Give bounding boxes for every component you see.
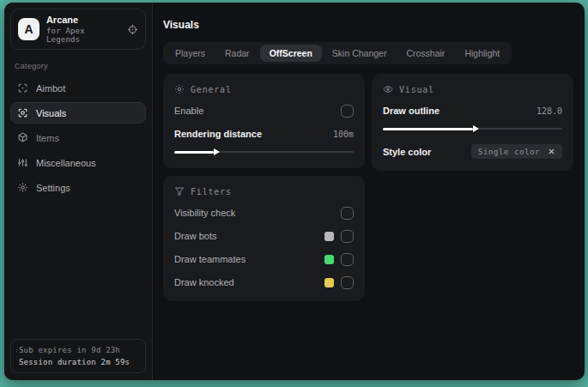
- tab-radar[interactable]: Radar: [215, 45, 259, 62]
- app-window: A Arcane for Apex Legends Category: [4, 3, 585, 380]
- cube-icon: [17, 132, 28, 143]
- category-label: Category: [15, 62, 142, 70]
- draw-outline-label: Draw outline: [383, 106, 439, 116]
- general-panel-header: General: [174, 84, 354, 94]
- sidebar-item-label: Items: [36, 133, 59, 143]
- sidebar-item-label: Miscellaneous: [36, 158, 96, 168]
- slider-fill: [383, 128, 473, 130]
- sidebar-item-label: Aimbot: [36, 83, 65, 94]
- draw-knocked-label: Draw knocked: [174, 277, 234, 287]
- app-title: Arcane: [46, 15, 120, 25]
- tab-offscreen[interactable]: OffScreen: [260, 45, 322, 62]
- sidebar-item-aimbot[interactable]: Aimbot: [10, 77, 146, 99]
- funnel-icon: [174, 186, 185, 197]
- page-title: Visuals: [163, 19, 573, 31]
- draw-bots-label: Draw bots: [174, 231, 217, 241]
- sidebar-item-miscellaneous[interactable]: Miscellaneous: [10, 152, 146, 173]
- sun-icon: [174, 84, 185, 94]
- general-panel: General Enable Rendering distance 100m: [163, 74, 365, 168]
- sidebar-item-settings[interactable]: Settings: [10, 177, 146, 198]
- draw-knocked-color-swatch[interactable]: [324, 278, 334, 287]
- enable-checkbox[interactable]: [341, 105, 354, 118]
- eye-icon: [383, 84, 393, 94]
- tab-players[interactable]: Players: [166, 45, 215, 62]
- sidebar-item-items[interactable]: Items: [10, 127, 146, 148]
- style-color-label: Style color: [383, 147, 431, 157]
- filters-panel: Filters Visibility check Draw bots: [163, 176, 365, 301]
- filters-panel-header: Filters: [174, 186, 354, 197]
- visibility-check-checkbox[interactable]: [341, 207, 354, 220]
- gear-icon: [17, 182, 28, 193]
- visual-panel: Visual Draw outline 128.0 Style color: [372, 74, 573, 171]
- draw-knocked-checkbox[interactable]: [341, 276, 354, 289]
- close-icon[interactable]: [548, 148, 555, 155]
- style-color-select[interactable]: Single color: [471, 144, 562, 159]
- draw-teammates-checkbox[interactable]: [341, 253, 354, 266]
- main-content: Visuals Players Radar OffScreen Skin Cha…: [153, 3, 585, 380]
- sidebar-item-label: Visuals: [36, 108, 66, 118]
- session-duration-text: Session duration 2m 59s: [19, 358, 137, 366]
- draw-outline-value: 128.0: [536, 106, 562, 116]
- draw-teammates-label: Draw teammates: [174, 254, 246, 264]
- sidebar: A Arcane for Apex Legends Category: [4, 3, 153, 380]
- rendering-distance-slider[interactable]: [174, 148, 354, 156]
- filters-panel-title: Filters: [191, 187, 232, 197]
- sidebar-item-visuals[interactable]: Visuals: [10, 102, 146, 124]
- sidebar-nav: Aimbot Visuals: [10, 77, 146, 202]
- rendering-distance-value: 100m: [333, 130, 354, 139]
- app-meta: Arcane for Apex Legends: [46, 15, 120, 44]
- slider-fill: [174, 151, 214, 154]
- target-icon[interactable]: [127, 24, 138, 35]
- rendering-distance-label: Rendering distance: [174, 129, 262, 139]
- draw-bots-color-swatch[interactable]: [324, 232, 334, 241]
- sidebar-item-label: Settings: [36, 183, 70, 193]
- tab-highlight[interactable]: Highlight: [455, 45, 509, 62]
- app-logo: A: [18, 18, 39, 40]
- style-color-selected-option: Single color: [478, 147, 540, 156]
- left-column: General Enable Rendering distance 100m: [163, 74, 365, 301]
- visual-panel-header: Visual: [383, 84, 562, 94]
- visual-panel-title: Visual: [399, 85, 434, 94]
- general-panel-title: General: [191, 85, 232, 94]
- visibility-check-label: Visibility check: [174, 208, 235, 218]
- app-subtitle: for Apex Legends: [46, 27, 120, 44]
- sliders-icon: [17, 157, 28, 168]
- subscription-info-card: Sub expires in 9d 23h Session duration 2…: [10, 339, 146, 373]
- draw-teammates-color-swatch[interactable]: [324, 255, 334, 264]
- tab-skin-changer[interactable]: Skin Changer: [323, 45, 397, 62]
- tab-crosshair[interactable]: Crosshair: [397, 45, 454, 62]
- desktop-background: A Arcane for Apex Legends Category: [0, 0, 588, 387]
- enable-label: Enable: [174, 106, 203, 116]
- sub-expires-text: Sub expires in 9d 23h: [19, 346, 137, 354]
- tab-bar: Players Radar OffScreen Skin Changer Cro…: [163, 42, 512, 64]
- draw-bots-checkbox[interactable]: [341, 230, 354, 243]
- right-column: Visual Draw outline 128.0 Style color: [372, 74, 573, 171]
- app-header-card: A Arcane for Apex Legends: [10, 9, 146, 50]
- draw-outline-slider[interactable]: [383, 124, 562, 133]
- crosshair-icon: [17, 82, 28, 94]
- eye-scan-icon: [17, 107, 28, 118]
